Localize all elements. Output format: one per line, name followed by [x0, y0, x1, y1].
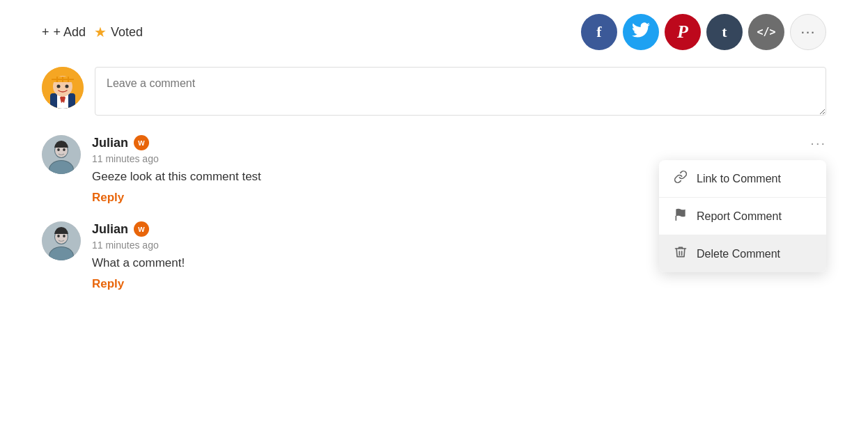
verified-badge: w: [134, 221, 149, 237]
top-bar: + + Add ★ Voted f P t </> ···: [42, 14, 826, 50]
plus-icon: +: [42, 25, 49, 40]
comment-input-area: [42, 67, 826, 116]
commenter-avatar: [42, 221, 81, 260]
voted-button[interactable]: ★ Voted: [94, 24, 143, 40]
commenter-name: Julian: [92, 136, 128, 150]
trash-icon: [673, 245, 688, 262]
embed-button[interactable]: </>: [748, 14, 784, 50]
reply-button[interactable]: Reply: [92, 191, 124, 205]
link-to-comment-item[interactable]: Link to Comment: [659, 160, 826, 198]
waffle-avatar-svg: [42, 67, 84, 109]
commenter-avatar: [42, 135, 81, 174]
star-icon: ★: [94, 24, 107, 40]
link-icon: [673, 170, 688, 187]
delete-comment-item[interactable]: Delete Comment: [659, 235, 826, 272]
flag-icon: [673, 207, 688, 225]
avatar-svg-2: [42, 221, 81, 260]
tumblr-icon: t: [722, 23, 727, 41]
twitter-button[interactable]: [623, 14, 659, 50]
facebook-icon: f: [596, 23, 601, 41]
avatar-svg: [42, 135, 81, 174]
svg-point-25: [63, 235, 65, 237]
reply-button[interactable]: Reply: [92, 277, 124, 291]
comments-list: Julian w 11 minutes ago Geeze look at th…: [42, 135, 826, 291]
badge-letter: w: [138, 224, 144, 234]
top-bar-left: + + Add ★ Voted: [42, 24, 143, 40]
twitter-icon: [632, 22, 650, 42]
voted-label: Voted: [111, 25, 143, 40]
report-comment-label: Report Comment: [697, 210, 782, 223]
verified-badge: w: [134, 135, 149, 150]
badge-letter: w: [138, 138, 144, 148]
commenter-name: Julian: [92, 222, 128, 237]
comment-item: Julian w 11 minutes ago Geeze look at th…: [42, 135, 826, 205]
more-social-icon: ···: [800, 23, 815, 41]
current-user-avatar: [42, 67, 84, 109]
svg-point-11: [65, 85, 69, 88]
comment-dropdown-menu: Link to Comment Report Comment: [659, 160, 826, 272]
add-button[interactable]: + + Add: [42, 25, 86, 40]
comment-header: Julian w: [92, 135, 826, 150]
delete-comment-label: Delete Comment: [697, 248, 780, 260]
more-social-button[interactable]: ···: [790, 14, 826, 50]
add-label: + Add: [54, 25, 86, 40]
facebook-button[interactable]: f: [581, 14, 617, 50]
link-to-comment-label: Link to Comment: [697, 173, 781, 185]
comment-input[interactable]: [95, 67, 826, 116]
comment-more-button[interactable]: ···: [810, 135, 826, 151]
pinterest-button[interactable]: P: [665, 14, 701, 50]
social-icons: f P t </> ···: [581, 14, 826, 50]
report-comment-item[interactable]: Report Comment: [659, 198, 826, 235]
svg-point-24: [57, 235, 60, 237]
pinterest-icon: P: [677, 22, 688, 42]
tumblr-button[interactable]: t: [706, 14, 743, 50]
code-icon: </>: [757, 26, 775, 38]
svg-point-10: [57, 85, 61, 88]
svg-point-17: [63, 148, 65, 151]
svg-point-16: [57, 148, 60, 151]
